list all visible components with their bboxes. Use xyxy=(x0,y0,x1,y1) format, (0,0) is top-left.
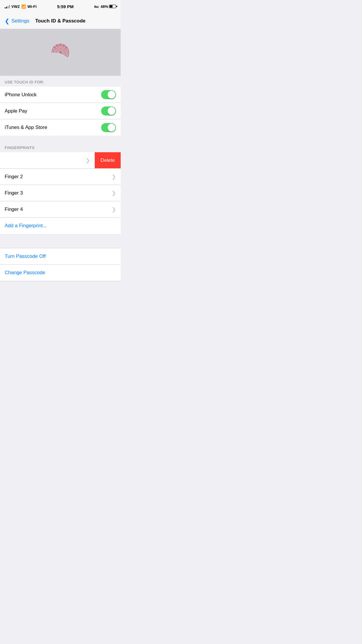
itunes-appstore-label: iTunes & App Store xyxy=(5,125,47,130)
finger-2-label: Finger 2 xyxy=(5,174,23,180)
delete-button[interactable]: Delete xyxy=(95,152,121,168)
turn-passcode-off-label: Turn Passcode Off xyxy=(5,253,46,259)
apple-pay-row[interactable]: Apple Pay xyxy=(0,103,121,119)
bluetooth-icon: ℻ xyxy=(94,4,99,9)
finger-2-chevron-icon: ❯ xyxy=(112,174,116,180)
apple-pay-toggle[interactable] xyxy=(101,106,116,116)
battery-icon xyxy=(109,5,116,8)
battery: 48% xyxy=(101,4,116,9)
finger-4-label: Finger 4 xyxy=(5,206,23,212)
nav-bar: ❮Settings Touch ID & Passcode xyxy=(0,13,121,29)
finger-1-row[interactable]: ❯ Delete xyxy=(0,152,121,169)
finger-3-chevron-icon: ❯ xyxy=(112,190,116,196)
finger-3-label: Finger 3 xyxy=(5,190,23,196)
back-button[interactable]: ❮Settings xyxy=(5,18,29,24)
touchid-area xyxy=(0,29,121,76)
network-label: Wi-Fi xyxy=(27,4,37,9)
svg-point-0 xyxy=(60,52,61,53)
fingerprint-list: Finger 2 ❯ Finger 3 ❯ Finger 4 ❯ Add a F… xyxy=(0,169,121,234)
passcode-section: Turn Passcode Off Change Passcode xyxy=(0,248,121,281)
finger-3-row[interactable]: Finger 3 ❯ xyxy=(0,185,121,201)
apple-pay-label: Apple Pay xyxy=(5,108,27,114)
fingerprints-header: FINGERPRINTS xyxy=(0,141,121,152)
fingerprints-section: FINGERPRINTS ❯ Delete Finger 2 ❯ Finger … xyxy=(0,141,121,234)
bottom-spacer xyxy=(0,281,121,293)
finger-4-chevron-icon: ❯ xyxy=(112,206,116,213)
iphone-unlock-label: iPhone Unlock xyxy=(5,92,37,98)
finger-1-chevron-icon: ❯ xyxy=(86,157,90,164)
itunes-appstore-row[interactable]: iTunes & App Store xyxy=(0,119,121,136)
fingerprint-icon xyxy=(49,41,72,64)
finger-4-row[interactable]: Finger 4 ❯ xyxy=(0,201,121,218)
use-touchid-header: USE TOUCH ID FOR: xyxy=(0,76,121,87)
status-bar: VWZ 📶 Wi-Fi 5:59 PM ℻ 48% xyxy=(0,0,121,13)
time-label: 5:59 PM xyxy=(57,4,74,9)
finger-2-row[interactable]: Finger 2 ❯ xyxy=(0,169,121,185)
iphone-unlock-row[interactable]: iPhone Unlock xyxy=(0,87,121,103)
wifi-icon: 📶 xyxy=(21,4,26,9)
back-text: Settings xyxy=(11,18,29,24)
battery-percent: 48% xyxy=(101,4,108,9)
status-left: VWZ 📶 Wi-Fi xyxy=(5,4,37,9)
section-spacer xyxy=(0,234,121,242)
page-title: Touch ID & Passcode xyxy=(35,18,86,24)
iphone-unlock-toggle[interactable] xyxy=(101,90,116,99)
carrier-label: VWZ xyxy=(11,4,20,9)
turn-passcode-off-button[interactable]: Turn Passcode Off xyxy=(0,248,121,265)
change-passcode-label: Change Passcode xyxy=(5,270,45,276)
signal-icon xyxy=(5,4,10,8)
touchid-toggle-list: iPhone Unlock Apple Pay iTunes & App Sto… xyxy=(0,87,121,136)
itunes-appstore-toggle[interactable] xyxy=(101,123,116,132)
change-passcode-button[interactable]: Change Passcode xyxy=(0,265,121,281)
finger-1-content: ❯ xyxy=(0,152,95,168)
status-right: ℻ 48% xyxy=(94,4,116,9)
add-fingerprint-button[interactable]: Add a Fingerprint... xyxy=(0,218,121,234)
